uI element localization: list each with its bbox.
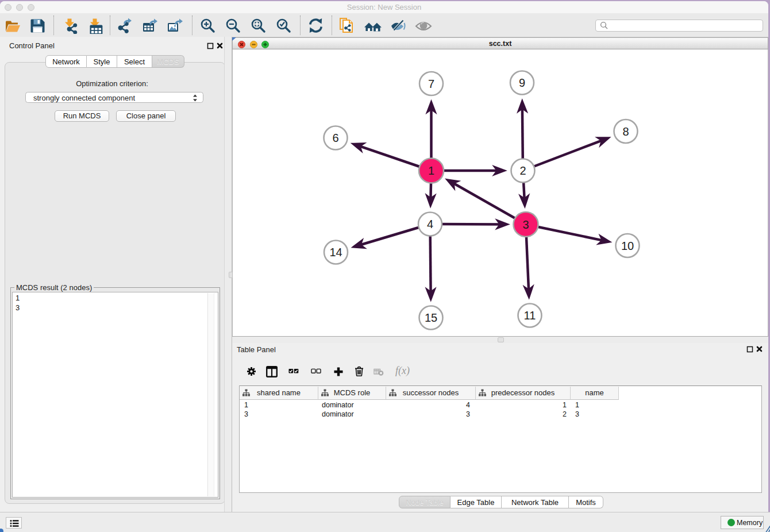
- svg-text:3: 3: [522, 218, 529, 231]
- svg-text:9: 9: [519, 76, 525, 89]
- svg-text:14: 14: [329, 246, 342, 259]
- svg-text:2: 2: [519, 164, 526, 177]
- svg-text:11: 11: [524, 309, 536, 322]
- svg-text:1: 1: [428, 164, 434, 177]
- svg-text:f(x): f(x): [395, 365, 410, 377]
- svg-text:8: 8: [622, 125, 629, 138]
- svg-text:10: 10: [621, 240, 634, 252]
- svg-text:15: 15: [425, 311, 437, 324]
- svg-text:6: 6: [332, 132, 338, 144]
- svg-text:4: 4: [427, 218, 433, 230]
- svg-text:7: 7: [428, 78, 434, 90]
